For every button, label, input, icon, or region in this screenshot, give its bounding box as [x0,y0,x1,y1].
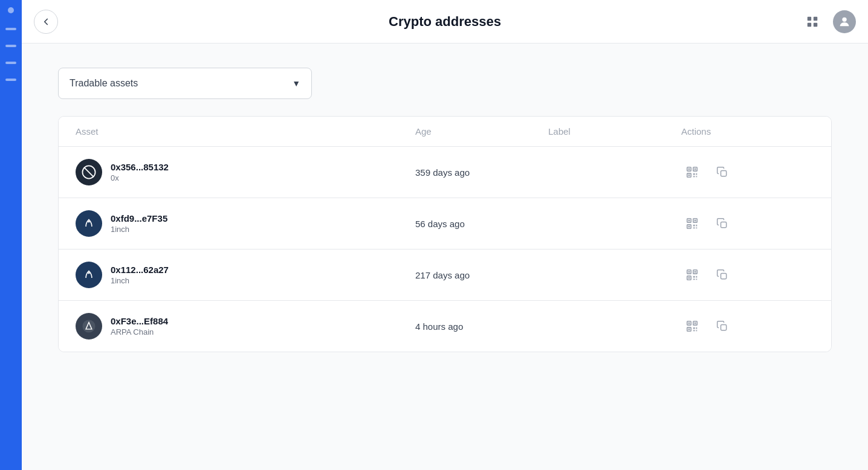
chevron-down-icon: ▼ [292,79,300,88]
actions-cell-1 [681,161,814,183]
table-row: 0xfd9...e7F35 1inch 56 days ago [59,198,831,249]
dropdown-label: Tradable assets [70,78,138,89]
grid-icon [806,15,819,28]
age-cell-1: 359 days ago [415,167,548,178]
asset-filter-dropdown[interactable]: Tradable assets ▼ [58,68,312,99]
svg-point-32 [88,272,89,274]
asset-icon-3 [76,262,102,288]
copy-button-1[interactable] [711,161,733,183]
svg-rect-13 [693,173,695,175]
svg-rect-25 [688,226,690,228]
copy-button-4[interactable] [711,315,733,337]
svg-point-19 [88,221,89,222]
svg-rect-53 [693,330,695,331]
svg-point-4 [842,17,846,21]
actions-cell-3 [681,264,814,286]
svg-line-6 [84,167,94,177]
asset-info-2: 0xfd9...e7F35 1inch [111,213,167,234]
svg-rect-56 [721,325,727,330]
svg-rect-26 [693,225,695,227]
column-label: Label [548,126,681,137]
svg-rect-40 [693,278,695,280]
sidebar-indicator-5 [5,79,16,81]
actions-cell-2 [681,213,814,234]
copy-button-3[interactable] [711,264,733,286]
asset-icon-4 [76,313,102,340]
age-cell-4: 4 hours ago [415,321,548,332]
svg-rect-39 [693,276,695,278]
svg-rect-2 [808,22,811,26]
svg-rect-55 [696,330,697,331]
asset-network-2: 1inch [111,225,167,234]
asset-address-2: 0xfd9...e7F35 [111,213,167,224]
svg-rect-12 [688,175,690,176]
table-row: 0xF3e...Ef884 ARPA Chain 4 hours ago [59,301,831,352]
actions-cell-4 [681,315,814,337]
svg-rect-51 [688,329,690,330]
svg-rect-47 [688,323,690,324]
table-row: 0x356...85132 0x 359 days ago [59,147,831,198]
svg-rect-42 [696,278,697,280]
header: Crypto addresses [22,0,868,43]
svg-rect-29 [696,227,697,228]
asset-info-1: 0x356...85132 0x [111,162,169,182]
asset-network-4: ARPA Chain [111,327,168,336]
user-avatar[interactable] [833,10,856,33]
age-cell-2: 56 days ago [415,219,548,229]
column-age: Age [415,126,548,137]
copy-icon [716,166,728,178]
qr-button-4[interactable] [681,315,703,337]
svg-rect-28 [696,225,697,227]
svg-rect-36 [695,271,696,273]
sidebar [0,0,22,470]
1inch-icon-2 [81,267,97,283]
svg-rect-10 [695,169,696,170]
qr-button-1[interactable] [681,161,703,183]
qr-icon [685,268,699,282]
svg-rect-30 [721,222,727,228]
svg-rect-3 [814,22,817,26]
apps-grid-button[interactable] [802,11,823,33]
qr-icon [685,166,699,179]
forbidden-icon [81,164,97,180]
qr-icon [685,217,699,230]
asset-cell-3: 0x112...62a27 1inch [76,262,415,288]
svg-rect-41 [696,276,697,278]
svg-rect-54 [696,327,697,329]
svg-rect-0 [808,16,811,20]
table-row: 0x112...62a27 1inch 217 days ago [59,249,831,301]
asset-network-1: 0x [111,173,169,182]
asset-cell-1: 0x356...85132 0x [76,159,415,185]
qr-button-2[interactable] [681,213,703,234]
svg-rect-17 [721,171,727,176]
table-header: Asset Age Label Actions [59,117,831,147]
svg-rect-23 [695,220,696,222]
back-button[interactable] [34,10,58,34]
svg-rect-21 [688,220,690,222]
age-cell-3: 217 days ago [415,270,548,280]
copy-button-2[interactable] [711,213,733,234]
sidebar-indicator-2 [5,28,16,30]
qr-button-3[interactable] [681,264,703,286]
svg-rect-49 [695,323,696,324]
asset-address-3: 0x112...62a27 [111,265,169,275]
svg-rect-15 [696,173,697,175]
copy-icon [716,269,728,281]
asset-address-1: 0x356...85132 [111,162,169,172]
addresses-table: Asset Age Label Actions 0x356...85132 0x… [58,116,832,352]
asset-network-3: 1inch [111,276,169,285]
filter-wrapper: Tradable assets ▼ [58,68,832,99]
asset-cell-4: 0xF3e...Ef884 ARPA Chain [76,313,415,340]
arpa-icon [81,318,97,334]
svg-rect-52 [693,327,695,329]
asset-icon-1 [76,159,102,185]
sidebar-indicator-4 [5,62,16,64]
svg-rect-8 [688,169,690,170]
1inch-icon [81,216,97,231]
header-actions [802,10,856,33]
svg-rect-1 [814,16,817,20]
back-arrow-icon [40,16,51,27]
page-title: Crypto addresses [389,14,501,30]
asset-address-4: 0xF3e...Ef884 [111,316,168,326]
avatar-icon [838,15,851,28]
